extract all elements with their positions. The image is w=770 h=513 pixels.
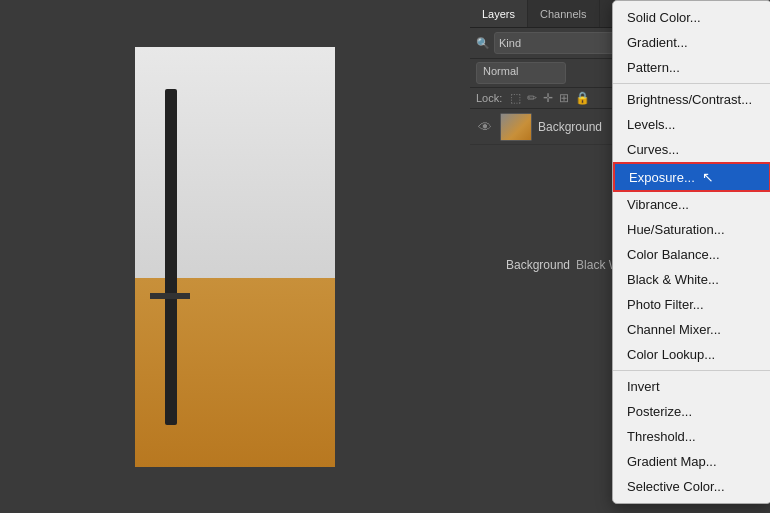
background-label: Background bbox=[506, 258, 570, 272]
menu-item-pattern[interactable]: Pattern... bbox=[613, 55, 770, 80]
tab-channels[interactable]: Channels bbox=[528, 0, 599, 27]
menu-item-curves[interactable]: Curves... bbox=[613, 137, 770, 162]
exposure-label: Exposure... bbox=[629, 170, 695, 185]
menu-item-vibrance[interactable]: Vibrance... bbox=[613, 192, 770, 217]
blend-mode-label: Normal bbox=[483, 65, 518, 77]
canvas-area bbox=[0, 0, 470, 513]
lock-artboard-icon[interactable]: ⊞ bbox=[559, 91, 569, 105]
photo-preview bbox=[135, 47, 335, 467]
menu-item-photo-filter[interactable]: Photo Filter... bbox=[613, 292, 770, 317]
menu-item-invert[interactable]: Invert bbox=[613, 374, 770, 399]
menu-item-brightness-contrast[interactable]: Brightness/Contrast... bbox=[613, 87, 770, 112]
lock-pixels-icon[interactable]: ✏ bbox=[527, 91, 537, 105]
menu-item-color-balance[interactable]: Color Balance... bbox=[613, 242, 770, 267]
kind-label: Kind bbox=[499, 37, 521, 49]
menu-divider-2 bbox=[613, 370, 770, 371]
lock-icons: ⬚ ✏ ✛ ⊞ 🔒 bbox=[510, 91, 590, 105]
menu-item-hue-saturation[interactable]: Hue/Saturation... bbox=[613, 217, 770, 242]
search-icon: 🔍 bbox=[476, 37, 490, 50]
lock-position-icon[interactable]: ✛ bbox=[543, 91, 553, 105]
photo-stand-base bbox=[150, 293, 190, 299]
lock-label: Lock: bbox=[476, 92, 502, 104]
menu-item-gradient[interactable]: Gradient... bbox=[613, 30, 770, 55]
menu-item-posterize[interactable]: Posterize... bbox=[613, 399, 770, 424]
menu-item-threshold[interactable]: Threshold... bbox=[613, 424, 770, 449]
layer-visibility-icon[interactable]: 👁 bbox=[476, 119, 494, 135]
lock-transparent-icon[interactable]: ⬚ bbox=[510, 91, 521, 105]
photo-stand bbox=[165, 89, 177, 425]
layer-thumbnail bbox=[500, 113, 532, 141]
menu-item-color-lookup[interactable]: Color Lookup... bbox=[613, 342, 770, 367]
menu-item-levels[interactable]: Levels... bbox=[613, 112, 770, 137]
menu-divider-1 bbox=[613, 83, 770, 84]
cursor-icon: ↖ bbox=[702, 169, 714, 185]
menu-item-solid-color[interactable]: Solid Color... bbox=[613, 5, 770, 30]
menu-item-black-white[interactable]: Black & White... bbox=[613, 267, 770, 292]
adjustment-dropdown: Solid Color... Gradient... Pattern... Br… bbox=[612, 0, 770, 504]
menu-item-selective-color[interactable]: Selective Color... bbox=[613, 474, 770, 499]
tab-layers[interactable]: Layers bbox=[470, 0, 528, 27]
lock-all-icon[interactable]: 🔒 bbox=[575, 91, 590, 105]
menu-item-channel-mixer[interactable]: Channel Mixer... bbox=[613, 317, 770, 342]
blend-mode-select[interactable]: Normal bbox=[476, 62, 566, 84]
menu-item-exposure[interactable]: Exposure... ↖ bbox=[613, 162, 770, 192]
menu-item-gradient-map[interactable]: Gradient Map... bbox=[613, 449, 770, 474]
